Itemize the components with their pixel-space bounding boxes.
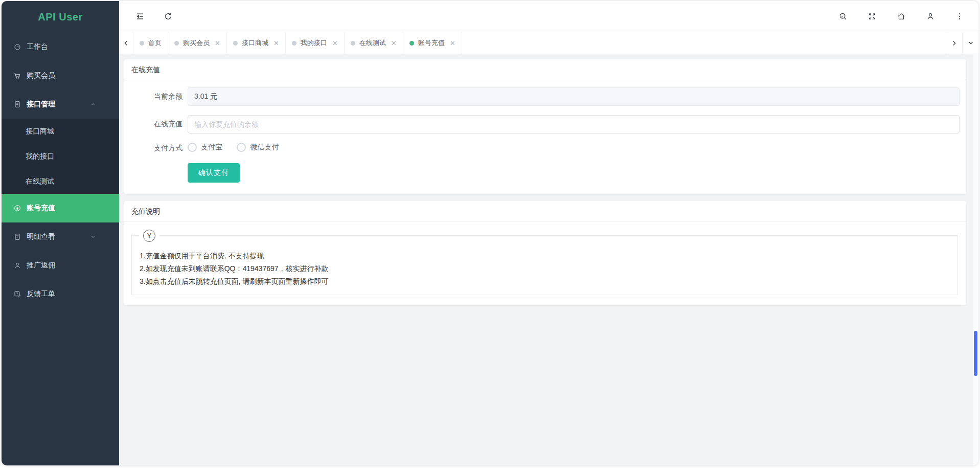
payment-method-label: 支付方式 bbox=[124, 144, 188, 153]
chevron-up-icon bbox=[90, 101, 96, 107]
tabbar-spacer bbox=[462, 32, 946, 54]
sidebar-item-feedback-ticket[interactable]: 反馈工单 bbox=[2, 280, 119, 308]
yen-circle-icon: ¥ bbox=[143, 230, 155, 242]
user-icon bbox=[13, 261, 21, 270]
top-toolbar bbox=[119, 1, 978, 32]
sidebar-item-label: 我的接口 bbox=[26, 152, 54, 161]
recharge-form: 当前余额 在线充值 支付方式 bbox=[124, 80, 966, 194]
notes-box: ¥ 1.充值金额仅用于平台消费, 不支持提现 2.如发现充值未到账请联系QQ：4… bbox=[131, 235, 958, 295]
note-line: 3.如点击充值后未跳转充值页面, 请刷新本页面重新操作即可 bbox=[140, 275, 947, 288]
more-dots-icon[interactable] bbox=[955, 12, 964, 21]
radio-circle-icon[interactable] bbox=[237, 143, 246, 152]
chevron-right-icon bbox=[951, 40, 958, 47]
tab-status-dot bbox=[409, 41, 414, 46]
tab-buy-membership[interactable]: 购买会员 ✕ bbox=[168, 32, 227, 54]
sidebar-item-label: 购买会员 bbox=[27, 71, 55, 80]
yen-circle-icon bbox=[13, 204, 21, 212]
scrollbar-thumb[interactable] bbox=[974, 331, 977, 376]
sidebar-item-promotion-rebate[interactable]: 推广返佣 bbox=[2, 251, 119, 280]
tab-my-apis[interactable]: 我的接口 ✕ bbox=[286, 32, 345, 54]
tab-status-dot bbox=[233, 41, 238, 46]
wechat-pay-radio[interactable]: 微信支付 bbox=[237, 143, 279, 152]
tab-online-test[interactable]: 在线测试 ✕ bbox=[345, 32, 403, 54]
sidebar-item-label: 接口管理 bbox=[27, 100, 55, 109]
alipay-radio[interactable]: 支付宝 bbox=[188, 143, 222, 152]
tab-status-dot bbox=[351, 41, 355, 46]
tab-api-store[interactable]: 接口商城 ✕ bbox=[227, 32, 286, 54]
tab-label: 账号充值 bbox=[418, 38, 445, 48]
tab-close-icon[interactable]: ✕ bbox=[332, 39, 338, 47]
chevron-down-icon bbox=[90, 234, 96, 240]
confirm-payment-button[interactable]: 确认支付 bbox=[188, 163, 240, 183]
sidebar-item-label: 接口商城 bbox=[26, 127, 54, 136]
sidebar-item-label: 账号充值 bbox=[27, 204, 55, 213]
feedback-icon bbox=[13, 290, 21, 298]
recharge-amount-input[interactable] bbox=[188, 115, 960, 133]
online-recharge-card: 在线充值 当前余额 在线充值 bbox=[124, 59, 966, 194]
collapse-menu-icon[interactable] bbox=[135, 12, 145, 21]
payment-method-row: 支付方式 支付宝 微信支付 bbox=[124, 143, 960, 154]
tab-label: 在线测试 bbox=[359, 38, 386, 48]
amount-row: 在线充值 bbox=[124, 115, 960, 133]
tab-home[interactable]: 首页 bbox=[133, 32, 168, 54]
tab-status-dot bbox=[292, 41, 297, 46]
sidebar-item-buy-membership[interactable]: 购买会员 bbox=[2, 61, 119, 90]
recharge-notes-card: 充值说明 ¥ 1.充值金额仅用于平台消费, 不支持提现 2.如发现充值未到账请联… bbox=[124, 201, 966, 305]
sidebar-item-my-apis[interactable]: 我的接口 bbox=[2, 144, 119, 169]
brand-title: API User bbox=[2, 1, 119, 33]
page-content: 在线充值 当前余额 在线充值 bbox=[119, 54, 978, 465]
sidebar-item-label: 明细查看 bbox=[27, 232, 55, 241]
scrollbar-track bbox=[973, 53, 978, 465]
tab-close-icon[interactable]: ✕ bbox=[391, 39, 397, 47]
chevron-left-icon bbox=[123, 40, 129, 47]
amount-label: 在线充值 bbox=[124, 120, 188, 129]
tabs-menu-button[interactable] bbox=[962, 32, 978, 54]
search-icon[interactable] bbox=[838, 12, 848, 21]
tab-close-icon[interactable]: ✕ bbox=[274, 39, 279, 47]
tab-label: 我的接口 bbox=[301, 38, 327, 48]
dashboard-icon bbox=[13, 43, 21, 51]
tab-close-icon[interactable]: ✕ bbox=[215, 39, 220, 47]
card-title: 充值说明 bbox=[124, 201, 966, 222]
sidebar-item-api-management[interactable]: 接口管理 bbox=[2, 90, 119, 119]
tab-label: 首页 bbox=[148, 38, 162, 48]
document-icon bbox=[13, 100, 21, 108]
chevron-down-icon bbox=[967, 39, 974, 47]
fullscreen-icon[interactable] bbox=[868, 12, 877, 21]
refresh-icon[interactable] bbox=[164, 12, 173, 21]
tab-account-recharge[interactable]: 账号充值 ✕ bbox=[403, 32, 462, 54]
sidebar-item-label: 在线测试 bbox=[26, 177, 54, 186]
sidebar-item-online-test[interactable]: 在线测试 bbox=[2, 169, 119, 194]
home-icon[interactable] bbox=[897, 12, 906, 21]
tab-close-icon[interactable]: ✕ bbox=[450, 39, 455, 47]
alipay-radio-label: 支付宝 bbox=[201, 143, 222, 152]
yen-badge: ¥ bbox=[139, 230, 159, 242]
sidebar-item-label: 反馈工单 bbox=[27, 289, 55, 299]
balance-label: 当前余额 bbox=[124, 92, 188, 101]
sidebar: API User 工作台 购买会员 接口管理 接口商城 我的接口 bbox=[2, 1, 119, 465]
tab-label: 接口商城 bbox=[242, 38, 268, 48]
sidebar-submenu: 接口商城 我的接口 在线测试 bbox=[2, 119, 119, 194]
toolbar-right bbox=[838, 12, 964, 21]
document-icon bbox=[13, 233, 21, 241]
sidebar-item-account-recharge[interactable]: 账号充值 bbox=[2, 194, 119, 222]
note-line: 1.充值金额仅用于平台消费, 不支持提现 bbox=[140, 250, 947, 262]
current-balance-field[interactable] bbox=[188, 87, 960, 106]
app-window: API User 工作台 购买会员 接口管理 接口商城 我的接口 bbox=[2, 1, 978, 465]
toolbar-left bbox=[119, 12, 173, 21]
sidebar-menu: 工作台 购买会员 接口管理 接口商城 我的接口 在线测试 bbox=[2, 33, 119, 308]
sidebar-item-api-store[interactable]: 接口商城 bbox=[2, 119, 119, 144]
sidebar-item-details-view[interactable]: 明细查看 bbox=[2, 222, 119, 251]
tabs-scroll-left-button[interactable] bbox=[119, 32, 133, 54]
notes-body: ¥ 1.充值金额仅用于平台消费, 不支持提现 2.如发现充值未到账请联系QQ：4… bbox=[124, 222, 966, 305]
note-line: 2.如发现充值未到账请联系QQ：419437697，核实进行补款 bbox=[140, 262, 947, 275]
tab-status-dot bbox=[140, 41, 144, 46]
sidebar-item-workbench[interactable]: 工作台 bbox=[2, 33, 119, 61]
user-avatar-icon[interactable] bbox=[926, 12, 935, 21]
wechat-pay-radio-label: 微信支付 bbox=[250, 143, 279, 152]
card-title: 在线充值 bbox=[124, 59, 966, 80]
balance-row: 当前余额 bbox=[124, 87, 960, 106]
sidebar-item-label: 推广返佣 bbox=[27, 261, 55, 270]
radio-circle-icon[interactable] bbox=[188, 143, 197, 152]
tabs-scroll-right-button[interactable] bbox=[946, 32, 962, 54]
